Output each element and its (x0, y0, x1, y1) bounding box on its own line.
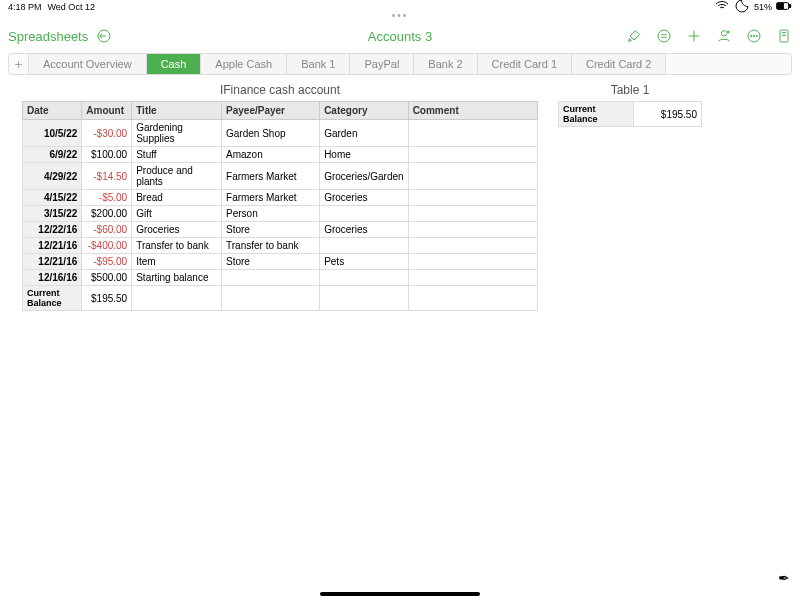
status-date: Wed Oct 12 (48, 2, 95, 12)
table1-title[interactable]: IFinance cash account (22, 83, 538, 97)
plus-icon[interactable] (686, 28, 702, 44)
header-title[interactable]: Title (132, 102, 222, 120)
document-title[interactable]: Accounts 3 (204, 29, 596, 44)
battery-pct: 51% (754, 2, 772, 12)
back-link[interactable]: Spreadsheets (8, 29, 88, 44)
header: Spreadsheets Accounts 3 (0, 22, 800, 50)
wifi-icon (714, 0, 730, 16)
svg-rect-2 (789, 5, 790, 8)
tab-credit-card-2[interactable]: Credit Card 2 (572, 54, 666, 74)
undo-icon[interactable] (96, 28, 112, 44)
sheet-tabs: + Account OverviewCashApple CashBank 1Pa… (8, 53, 792, 75)
tab-credit-card-1[interactable]: Credit Card 1 (478, 54, 572, 74)
multitask-indicator[interactable]: ••• (0, 14, 800, 22)
table-row[interactable]: 3/15/22$200.00GiftPerson (23, 206, 538, 222)
svg-point-4 (658, 30, 670, 42)
svg-rect-1 (777, 3, 783, 8)
table-footer-row[interactable]: Current Balance$195.50 (23, 286, 538, 311)
svg-rect-11 (780, 30, 788, 42)
transactions-table[interactable]: DateAmountTitlePayee/PayerCategoryCommen… (22, 101, 538, 311)
table-row[interactable]: 4/29/22-$14.50Produce and plantsFarmers … (23, 163, 538, 190)
tab-account-overview[interactable]: Account Overview (29, 54, 147, 74)
scribble-icon[interactable]: ✒ (778, 570, 790, 586)
dnd-icon (734, 0, 750, 16)
tab-paypal[interactable]: PayPal (350, 54, 414, 74)
header-comment[interactable]: Comment (408, 102, 537, 120)
home-indicator[interactable] (320, 592, 480, 596)
tab-cash[interactable]: Cash (147, 54, 202, 74)
more-icon[interactable] (746, 28, 762, 44)
status-time: 4:18 PM (8, 2, 42, 12)
add-sheet-button[interactable]: + (9, 54, 29, 74)
document-settings-icon[interactable] (776, 28, 792, 44)
table-row[interactable]: 12/21/16-$95.00ItemStorePets (23, 254, 538, 270)
table-row[interactable]: 6/9/22$100.00StuffAmazonHome (23, 147, 538, 163)
format-brush-icon[interactable] (626, 28, 642, 44)
balance-table[interactable]: Current Balance $195.50 (558, 101, 702, 127)
balance-value[interactable]: $195.50 (634, 102, 702, 127)
svg-point-10 (756, 35, 757, 36)
header-date[interactable]: Date (23, 102, 82, 120)
tab-apple-cash[interactable]: Apple Cash (201, 54, 287, 74)
svg-point-8 (751, 35, 752, 36)
insert-icon[interactable] (656, 28, 672, 44)
table-row[interactable]: 12/22/16-$60.00GroceriesStoreGroceries (23, 222, 538, 238)
collaborate-icon[interactable] (716, 28, 732, 44)
tab-bank-1[interactable]: Bank 1 (287, 54, 350, 74)
table-row[interactable]: 10/5/22-$30.00Gardening SuppliesGarden S… (23, 120, 538, 147)
header-amount[interactable]: Amount (82, 102, 132, 120)
header-payee-payer[interactable]: Payee/Payer (222, 102, 320, 120)
table-row[interactable]: 12/16/16$500.00Starting balance (23, 270, 538, 286)
battery-icon (776, 0, 792, 16)
header-category[interactable]: Category (320, 102, 408, 120)
svg-point-6 (726, 30, 730, 34)
table-row[interactable]: 12/21/16-$400.00Transfer to bankTransfer… (23, 238, 538, 254)
table-row[interactable]: 4/15/22-$5.00BreadFarmers MarketGrocerie… (23, 190, 538, 206)
svg-point-9 (753, 35, 754, 36)
table2-title[interactable]: Table 1 (558, 83, 702, 97)
balance-label[interactable]: Current Balance (559, 102, 634, 127)
tab-bank-2[interactable]: Bank 2 (414, 54, 477, 74)
